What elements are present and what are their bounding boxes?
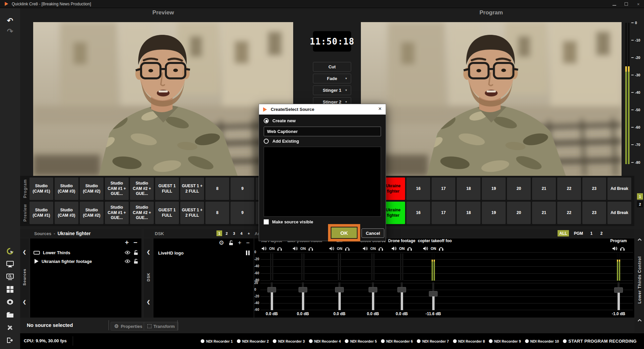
channel-on-label[interactable]: ON <box>370 247 376 251</box>
ok-button[interactable]: OK <box>331 227 358 239</box>
monitor-icon[interactable] <box>0 259 20 269</box>
ndi-recorder-button[interactable]: NDI Recorder 9 <box>489 339 521 343</box>
stinger1-button[interactable]: Stinger 1▼ <box>313 85 351 95</box>
channel-on-label[interactable]: ON <box>300 247 306 251</box>
dsk-tab[interactable]: 3 <box>231 230 237 236</box>
scene-button[interactable]: 21 <box>532 178 556 200</box>
dsk-tab[interactable]: 1 <box>216 230 222 236</box>
chevron-up-icon[interactable] <box>638 319 642 322</box>
transform-button[interactable]: Transform <box>144 322 179 331</box>
exit-icon[interactable] <box>0 336 20 345</box>
scene-button[interactable]: Studio CAM #1 + GUE... <box>105 202 129 224</box>
scene-button[interactable]: 18 <box>457 202 480 224</box>
scene-button[interactable]: 19 <box>482 178 506 200</box>
headphones-icon[interactable] <box>407 246 412 251</box>
channel-fader[interactable] <box>369 282 377 310</box>
collapse-left-icon[interactable]: ❮ <box>23 300 26 304</box>
scene-button[interactable]: 23 <box>582 178 606 200</box>
cut-button[interactable]: Cut <box>313 62 351 72</box>
fader-handle[interactable] <box>267 287 276 292</box>
speaker-icon[interactable] <box>423 246 428 251</box>
visibility-eye-icon[interactable] <box>125 259 130 263</box>
gear-icon[interactable] <box>0 297 20 307</box>
source-item-lower-thirds[interactable]: Lower Thirds <box>34 249 138 257</box>
speaker-icon[interactable] <box>293 246 298 251</box>
grid-page-button[interactable]: 1 <box>637 193 643 200</box>
tools-icon[interactable] <box>0 323 20 332</box>
create-new-radio[interactable]: Create new <box>264 118 296 123</box>
program-fader[interactable] <box>614 282 623 310</box>
scene-button[interactable]: GUEST 1 FULL <box>155 178 179 200</box>
channel-on-label[interactable]: ON <box>337 247 342 251</box>
minimize-button[interactable] <box>612 2 617 7</box>
ndi-recorder-button[interactable]: NDI Recorder 4 <box>309 339 341 343</box>
visibility-eye-icon[interactable] <box>125 251 130 255</box>
close-button[interactable]: × <box>636 2 641 7</box>
speaker-icon[interactable] <box>261 246 267 251</box>
headphones-icon[interactable] <box>439 246 444 251</box>
scene-button[interactable]: Studio (CAM #3) <box>55 202 78 224</box>
speaker-icon[interactable] <box>612 246 618 251</box>
ndi-recorder-button[interactable]: NDI Recorder 10 <box>525 339 559 343</box>
preview-monitor[interactable] <box>33 22 293 176</box>
channel-on-label[interactable]: ON <box>399 247 405 251</box>
remove-dsk-icon[interactable]: − <box>246 240 250 246</box>
ndi-recorder-button[interactable]: NDI Recorder 3 <box>273 339 305 343</box>
fader-handle[interactable] <box>397 287 406 292</box>
audio-view-tab[interactable]: 2 <box>598 230 605 236</box>
scene-button[interactable]: 22 <box>557 178 581 200</box>
collapse-left-icon[interactable]: ❮ <box>147 250 150 254</box>
program-monitor[interactable] <box>361 22 622 176</box>
add-dsk-icon[interactable]: + <box>238 240 242 246</box>
scene-button[interactable]: 16 <box>406 202 430 224</box>
scene-button[interactable]: 8 <box>205 202 229 224</box>
audio-view-tab[interactable]: PGM <box>572 230 585 236</box>
scene-button[interactable]: 23 <box>582 202 606 224</box>
fader-handle[interactable] <box>335 287 344 292</box>
source-name-input[interactable] <box>264 127 381 136</box>
existing-sources-list[interactable] <box>264 147 381 217</box>
headphones-icon[interactable] <box>277 246 282 251</box>
headphones-icon[interactable] <box>308 246 313 251</box>
fader-handle[interactable] <box>369 287 377 292</box>
scene-button[interactable]: GUEST 1 FULL <box>155 202 179 224</box>
fader-handle[interactable] <box>429 291 438 296</box>
channel-fader[interactable] <box>299 282 307 310</box>
scene-button[interactable]: 17 <box>432 178 455 200</box>
headphones-icon[interactable] <box>378 246 383 251</box>
quicklink-logo-icon[interactable] <box>0 247 20 256</box>
ndi-recorder-button[interactable]: NDI Recorder 1 <box>201 339 233 343</box>
undo-icon[interactable]: ↶ <box>0 16 20 25</box>
scene-button[interactable]: Studio (CAM #3) <box>55 178 78 200</box>
remove-source-icon[interactable]: − <box>133 239 137 246</box>
fader-handle[interactable] <box>614 287 623 293</box>
dsk-item-livehd-logo[interactable]: LiveHD logo <box>158 249 250 257</box>
collapse-left-icon[interactable]: ❮ <box>147 300 150 304</box>
scene-button[interactable]: 9 <box>231 202 254 224</box>
channel-fader[interactable] <box>335 282 344 310</box>
headphones-icon[interactable] <box>620 246 625 251</box>
checkbox-checked-icon[interactable]: ✓ <box>264 219 269 224</box>
scene-button[interactable]: 16 <box>406 178 430 200</box>
channel-fader[interactable] <box>429 282 438 310</box>
radio-unselected-icon[interactable] <box>264 139 269 144</box>
scene-button[interactable]: Studio (CAM #2) <box>80 202 104 224</box>
scene-button[interactable]: Studio CAM #2 + GUE... <box>130 202 154 224</box>
speaker-icon[interactable] <box>391 246 397 251</box>
scene-button[interactable]: Studio (CAM #1) <box>29 202 53 224</box>
scene-button[interactable]: 20 <box>507 178 531 200</box>
speaker-icon[interactable] <box>363 246 368 251</box>
make-source-visible-checkbox[interactable]: ✓ Make source visible <box>264 219 313 224</box>
unlock-icon[interactable] <box>134 250 138 255</box>
collapse-left-icon[interactable]: ❮ <box>23 250 26 254</box>
start-program-recording-button[interactable]: START PROGRAM RECORDING <box>563 339 637 344</box>
channel-on-label[interactable]: ON <box>269 247 275 251</box>
scene-button[interactable]: Studio (CAM #2) <box>80 178 104 200</box>
scene-button[interactable]: 19 <box>482 202 506 224</box>
dsk-tab[interactable]: 2 <box>224 230 230 236</box>
properties-button[interactable]: ⚙ Properties <box>111 322 146 331</box>
scene-button[interactable]: 8 <box>205 178 229 200</box>
scene-button[interactable]: 9 <box>231 178 254 200</box>
source-item-footage[interactable]: Ukranian fighter footage <box>34 257 138 265</box>
ndi-recorder-button[interactable]: NDI Recorder 7 <box>417 339 449 343</box>
